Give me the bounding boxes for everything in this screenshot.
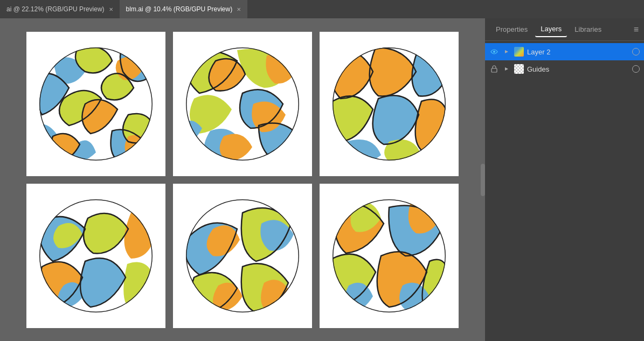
tab-properties[interactable]: Properties bbox=[490, 22, 533, 37]
panel-menu-icon[interactable]: ≡ bbox=[634, 25, 639, 34]
panel-tab-bar: Properties Layers Libraries ≡ bbox=[485, 18, 644, 41]
layer-thumb-layer2 bbox=[514, 47, 524, 57]
scrollbar[interactable] bbox=[481, 164, 485, 196]
eye-icon-layer2[interactable] bbox=[489, 47, 499, 57]
layer-row-layer2[interactable]: Layer 2 bbox=[485, 43, 644, 60]
artboard-5[interactable] bbox=[173, 184, 312, 328]
tab-2[interactable]: blm.ai @ 10.4% (RGB/GPU Preview) ✕ bbox=[120, 0, 248, 18]
tab-2-close[interactable]: ✕ bbox=[237, 6, 241, 12]
artboard-6[interactable] bbox=[320, 184, 459, 328]
svg-point-18 bbox=[493, 51, 495, 53]
svg-marker-21 bbox=[505, 67, 508, 71]
layer-thumb-guides bbox=[514, 64, 524, 74]
artboard-1[interactable] bbox=[26, 32, 165, 176]
layer-name-layer2: Layer 2 bbox=[527, 48, 629, 56]
svg-rect-20 bbox=[491, 68, 497, 72]
tab-1-label: ai @ 22.12% (RGB/GPU Preview) bbox=[6, 5, 105, 13]
right-panel: Properties Layers Libraries ≡ bbox=[485, 18, 644, 341]
artboard-3[interactable] bbox=[320, 32, 459, 176]
artboard-grid bbox=[26, 32, 459, 328]
layers-panel: Layer 2 Guides bbox=[485, 41, 644, 341]
tab-libraries[interactable]: Libraries bbox=[569, 22, 607, 37]
artboard-2[interactable] bbox=[173, 32, 312, 176]
canvas-area[interactable] bbox=[0, 18, 485, 341]
expand-icon-layer2[interactable] bbox=[502, 47, 511, 56]
lock-icon-guides[interactable] bbox=[489, 64, 499, 74]
main-content: Properties Layers Libraries ≡ bbox=[0, 18, 644, 341]
layer-circle-guides[interactable] bbox=[632, 65, 640, 73]
tab-layers[interactable]: Layers bbox=[535, 22, 567, 37]
artboard-4[interactable] bbox=[26, 184, 165, 328]
tab-2-label: blm.ai @ 10.4% (RGB/GPU Preview) bbox=[126, 5, 233, 13]
tab-1[interactable]: ai @ 22.12% (RGB/GPU Preview) ✕ bbox=[0, 0, 120, 18]
tab-1-close[interactable]: ✕ bbox=[109, 6, 113, 12]
layer-name-guides: Guides bbox=[527, 65, 629, 73]
layer-circle-layer2[interactable] bbox=[632, 48, 640, 55]
svg-marker-19 bbox=[505, 50, 508, 53]
layer-row-guides[interactable]: Guides bbox=[485, 60, 644, 78]
expand-icon-guides[interactable] bbox=[502, 65, 511, 73]
tab-bar: ai @ 22.12% (RGB/GPU Preview) ✕ blm.ai @… bbox=[0, 0, 644, 18]
